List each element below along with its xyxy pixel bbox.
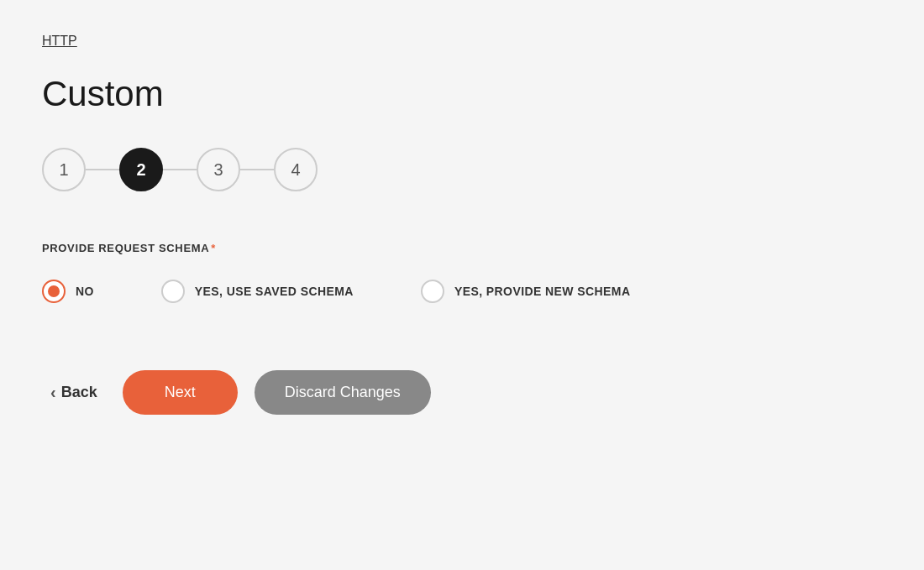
radio-label-yes-new: YES, PROVIDE NEW SCHEMA bbox=[454, 285, 631, 298]
chevron-left-icon: ‹ bbox=[50, 383, 56, 402]
radio-option-no[interactable]: NO bbox=[42, 280, 94, 303]
step-3[interactable]: 3 bbox=[197, 148, 240, 191]
radio-button-yes-saved[interactable] bbox=[161, 280, 185, 303]
breadcrumb[interactable]: HTTP bbox=[42, 34, 77, 49]
discard-changes-button[interactable]: Discard Changes bbox=[255, 370, 431, 415]
page-container: HTTP Custom 1 2 3 4 PROVIDE REQUEST SCHE… bbox=[0, 0, 924, 570]
radio-inner-no bbox=[48, 285, 60, 297]
back-button[interactable]: ‹ Back bbox=[42, 383, 106, 402]
required-marker: * bbox=[211, 242, 216, 254]
next-button[interactable]: Next bbox=[123, 370, 238, 415]
step-1[interactable]: 1 bbox=[42, 148, 86, 191]
step-connector-3-4 bbox=[240, 169, 274, 170]
page-title: Custom bbox=[42, 74, 882, 114]
radio-option-yes-saved[interactable]: YES, USE SAVED SCHEMA bbox=[161, 280, 354, 303]
radio-label-no: NO bbox=[76, 285, 94, 298]
section-label: PROVIDE REQUEST SCHEMA* bbox=[42, 242, 882, 254]
radio-button-no[interactable] bbox=[42, 280, 66, 303]
step-2[interactable]: 2 bbox=[119, 148, 163, 191]
step-connector-1-2 bbox=[86, 169, 119, 170]
radio-option-yes-new[interactable]: YES, PROVIDE NEW SCHEMA bbox=[421, 280, 631, 303]
bottom-actions: ‹ Back Next Discard Changes bbox=[42, 370, 882, 415]
radio-button-yes-new[interactable] bbox=[421, 280, 444, 303]
radio-label-yes-saved: YES, USE SAVED SCHEMA bbox=[195, 285, 354, 298]
form-section: PROVIDE REQUEST SCHEMA* NO YES, USE SAVE… bbox=[42, 242, 882, 303]
step-indicator: 1 2 3 4 bbox=[42, 148, 882, 191]
step-connector-2-3 bbox=[163, 169, 197, 170]
step-4[interactable]: 4 bbox=[274, 148, 318, 191]
radio-group: NO YES, USE SAVED SCHEMA YES, PROVIDE NE… bbox=[42, 280, 882, 303]
